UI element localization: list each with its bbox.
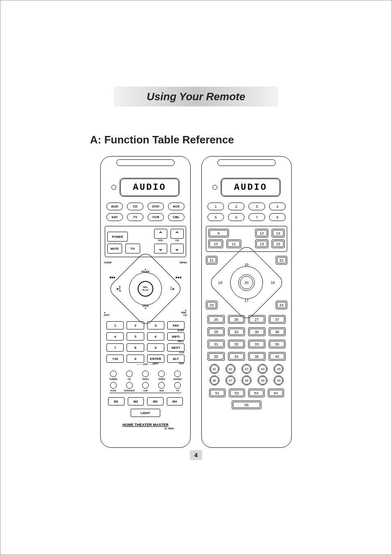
ref-18[interactable]: 18 — [271, 281, 275, 285]
dvd-button[interactable]: DVD — [148, 203, 164, 210]
ref-37[interactable]: 37 — [269, 315, 286, 324]
ref-3[interactable]: 3 — [249, 203, 265, 210]
vol-down-button[interactable] — [154, 244, 167, 253]
ch-down-button[interactable] — [171, 244, 184, 253]
menu-button[interactable]: MENU — [180, 261, 187, 264]
ref-46[interactable]: 46 — [210, 376, 219, 385]
ref-22[interactable]: 22 — [276, 256, 287, 265]
tape2-button[interactable]: TAPE2 — [155, 371, 168, 380]
power-button[interactable]: POWER — [107, 232, 128, 242]
m1-button[interactable]: M1 — [108, 397, 125, 405]
cd-src-button[interactable]: CD — [122, 371, 136, 380]
cd-button[interactable]: CD — [127, 203, 143, 210]
ref-31[interactable]: 31 — [208, 340, 225, 348]
phono-button[interactable]: PHONO — [171, 371, 184, 380]
tv-button[interactable]: TV — [127, 213, 143, 221]
select-play-button[interactable]: SEL PLAY — [138, 281, 153, 297]
num-6-button[interactable]: 6 — [147, 332, 164, 341]
ref-45[interactable]: 45 — [274, 365, 283, 373]
ref-15[interactable]: 15 — [272, 240, 285, 248]
ldp-button[interactable]: LDP — [138, 382, 152, 392]
ref-14[interactable]: 14 — [272, 229, 285, 237]
guide-button[interactable]: GUIDE — [104, 261, 112, 264]
ref-34[interactable]: 34 — [228, 352, 245, 361]
skip-fwd-button[interactable]: ▶▶▮ — [176, 276, 181, 279]
m3-button[interactable]: M3 — [147, 397, 164, 405]
aux-src-button[interactable]: AUX — [155, 382, 168, 392]
vcr1-button[interactable]: VCR1 — [106, 382, 120, 392]
vcr-button[interactable]: VCR — [148, 213, 164, 221]
ref-1[interactable]: 1 — [208, 203, 224, 210]
vcr2sat-button[interactable]: VCR2/SAT — [122, 382, 136, 392]
fav-button[interactable]: FAVSLEEP — [167, 321, 184, 329]
rew-left-button[interactable]: ◀ REW — [116, 286, 121, 292]
tuner-button[interactable]: TUNER — [106, 371, 120, 380]
ref-40[interactable]: 40 — [269, 352, 286, 361]
ref-10[interactable]: 10 — [208, 240, 223, 248]
ref-23[interactable]: 23 — [206, 301, 217, 309]
num-3-button[interactable]: 3 — [147, 321, 164, 329]
num-9-button[interactable]: 9 — [147, 343, 164, 352]
num-4-button[interactable]: 4 — [106, 332, 124, 341]
ref-52[interactable]: 52 — [229, 389, 245, 397]
num-0-button[interactable]: 0 — [127, 355, 144, 363]
num-2-button[interactable]: 2 — [127, 321, 144, 329]
light-button[interactable]: LIGHT — [131, 409, 160, 417]
m2-button[interactable]: M2 — [128, 397, 144, 405]
ref-47[interactable]: 47 — [226, 376, 235, 385]
ref-41[interactable]: 41 — [210, 365, 219, 373]
ref-26[interactable]: 26 — [228, 315, 245, 324]
tv-video-button[interactable]: T/V — [125, 244, 140, 253]
info-button[interactable]: INFOPRO.L — [167, 332, 184, 341]
skip-back-button[interactable]: ▮◀◀ — [110, 276, 115, 279]
ref-9[interactable]: 9 — [208, 229, 229, 237]
ref-2[interactable]: 2 — [228, 203, 244, 210]
cbl-button[interactable]: CBL — [168, 213, 184, 221]
exit-button[interactable]: ●EXIT — [104, 311, 109, 316]
prev-ch-button[interactable]: ▲PRE. CH — [181, 309, 187, 316]
ref-54[interactable]: 54 — [268, 389, 284, 397]
ref-30[interactable]: 30 — [248, 327, 265, 336]
tape1-button[interactable]: TAPE1 — [138, 371, 152, 380]
ref-4[interactable]: 4 — [269, 203, 286, 210]
ref-38[interactable]: 38 — [269, 327, 286, 336]
mute-button[interactable]: MUTE — [107, 244, 122, 253]
num-7-button[interactable]: 7 — [106, 343, 124, 352]
ref-48[interactable]: 48 — [242, 376, 251, 385]
ff-right-button[interactable]: FF ▶ — [171, 287, 175, 291]
tv-src-button[interactable]: TV — [171, 382, 184, 392]
m4-button[interactable]: M4 — [167, 397, 183, 405]
ref-12[interactable]: 12 — [255, 229, 268, 237]
ref-35[interactable]: 35 — [208, 352, 225, 361]
num-8-button[interactable]: 8 — [127, 343, 144, 352]
ref-50[interactable]: 50 — [274, 376, 283, 385]
ref-16[interactable]: 16 — [244, 263, 249, 267]
ref-39[interactable]: 39 — [269, 340, 286, 348]
ref-11[interactable]: 11 — [226, 240, 241, 248]
pause-up-button[interactable]: ▲PAUSE — [141, 268, 150, 273]
ref-53[interactable]: 53 — [248, 389, 265, 397]
ref-43[interactable]: 43 — [242, 365, 251, 373]
ref-44[interactable]: 44 — [258, 365, 267, 373]
ref-21[interactable]: 21 — [206, 256, 217, 265]
ref-51[interactable]: 51 — [209, 389, 226, 397]
vol-up-button[interactable] — [154, 229, 167, 239]
aux-button[interactable]: AUX — [168, 203, 184, 210]
ref-8[interactable]: 8 — [269, 213, 286, 221]
num-5-button[interactable]: 5 — [127, 332, 144, 341]
sat-button[interactable]: SAT — [106, 213, 123, 221]
ref-5[interactable]: 5 — [208, 213, 224, 221]
ref-49[interactable]: 49 — [258, 376, 267, 385]
plus10-button[interactable]: +10 — [106, 355, 124, 363]
ref-6[interactable]: 6 — [228, 213, 244, 221]
alt-button[interactable]: ALTTEST — [167, 355, 184, 363]
ref-33[interactable]: 33 — [248, 340, 265, 348]
ref-13[interactable]: 13 — [255, 240, 268, 248]
ref-42[interactable]: 42 — [226, 365, 235, 373]
ref-20[interactable]: 20 — [240, 276, 253, 289]
ref-55[interactable]: 55 — [232, 401, 261, 409]
ref-28[interactable]: 28 — [208, 327, 225, 336]
ref-7[interactable]: 7 — [249, 213, 265, 221]
ref-29[interactable]: 29 — [228, 327, 245, 336]
num-1-button[interactable]: 1 — [106, 321, 124, 329]
